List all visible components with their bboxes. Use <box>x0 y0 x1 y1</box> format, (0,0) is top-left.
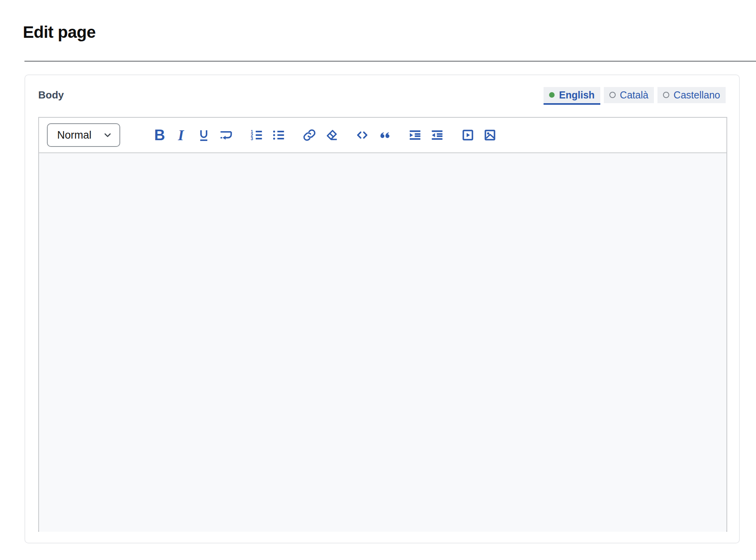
field-label-body: Body <box>38 89 64 101</box>
language-switcher: English Català Castellano <box>544 87 726 103</box>
line-wrap-icon <box>219 128 233 142</box>
code-icon <box>355 128 369 142</box>
media-embed-button[interactable] <box>459 123 477 147</box>
empty-circle-icon <box>663 92 669 98</box>
language-tab-english[interactable]: English <box>544 87 600 103</box>
blockquote-icon <box>377 128 391 142</box>
media-play-icon <box>461 128 475 142</box>
svg-text:3: 3 <box>251 136 253 141</box>
italic-button[interactable]: I <box>173 123 191 147</box>
indent-icon <box>408 128 422 142</box>
body-field-panel: Body English Català Castellano Normal <box>24 74 740 543</box>
image-button[interactable] <box>481 123 499 147</box>
indent-button[interactable] <box>406 123 424 147</box>
language-tab-label: English <box>559 89 594 101</box>
title-divider <box>24 61 756 62</box>
paragraph-style-value: Normal <box>57 129 91 141</box>
language-tab-label: Català <box>620 89 648 101</box>
eraser-icon <box>324 128 339 142</box>
language-tab-castellano[interactable]: Castellano <box>657 87 726 103</box>
outdent-icon <box>430 128 444 142</box>
bold-button[interactable]: B <box>151 123 169 147</box>
language-tab-catala[interactable]: Català <box>604 87 654 103</box>
underline-icon <box>197 128 211 142</box>
empty-circle-icon <box>609 92 616 98</box>
bullet-list-button[interactable] <box>270 123 288 147</box>
language-tab-label: Castellano <box>674 89 720 101</box>
link-button[interactable] <box>300 123 318 147</box>
chevron-down-icon <box>103 130 112 140</box>
image-icon <box>483 128 497 142</box>
italic-icon: I <box>178 128 186 143</box>
rich-text-editor: Normal B I <box>38 117 727 532</box>
link-icon <box>302 128 317 142</box>
paragraph-style-dropdown[interactable]: Normal <box>47 123 120 147</box>
panel-header: Body English Català Castellano <box>38 85 726 105</box>
editor-toolbar: Normal B I <box>39 118 726 153</box>
blockquote-button[interactable] <box>375 123 393 147</box>
ordered-list-button[interactable]: 1 2 3 <box>248 123 266 147</box>
editor-content-area[interactable] <box>39 153 726 532</box>
line-wrap-button[interactable] <box>217 123 235 147</box>
remove-format-button[interactable] <box>322 123 341 147</box>
code-button[interactable] <box>353 123 371 147</box>
ordered-list-icon: 1 2 3 <box>250 128 264 142</box>
outdent-button[interactable] <box>428 123 446 147</box>
underline-button[interactable] <box>195 123 213 147</box>
green-dot-icon <box>549 92 555 98</box>
bold-icon: B <box>154 128 165 143</box>
bullet-list-icon <box>272 128 286 142</box>
page-title: Edit page <box>23 23 96 42</box>
